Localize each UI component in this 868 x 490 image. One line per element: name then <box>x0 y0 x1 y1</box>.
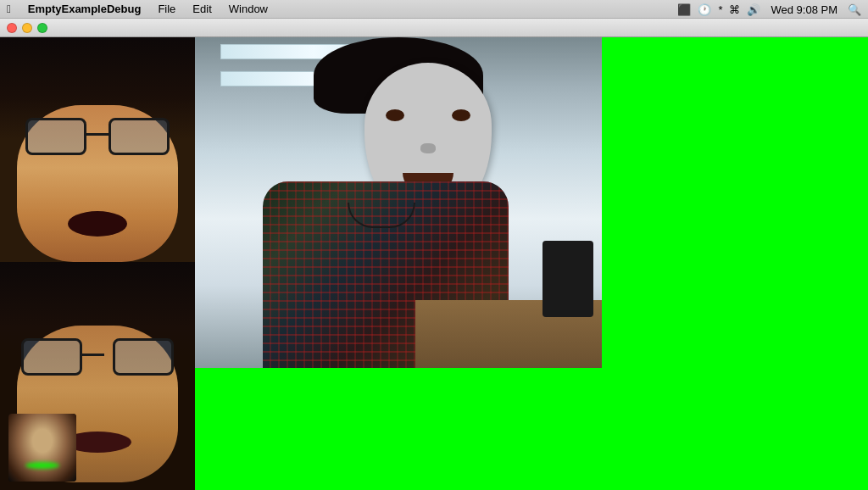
mid-glasses-lens-right <box>113 338 174 376</box>
menubar-left:  EmptyExampleDebug File Edit Window <box>7 2 271 16</box>
face-3d-render <box>8 414 76 482</box>
clock-icon: 🕐 <box>698 3 711 16</box>
content-area <box>0 37 868 490</box>
top-face-feed <box>0 37 195 262</box>
mask-nose <box>420 143 436 153</box>
mask-eye-right <box>452 109 470 121</box>
edit-menu[interactable]: Edit <box>189 2 214 16</box>
close-button[interactable] <box>7 23 17 33</box>
file-menu[interactable]: File <box>154 2 179 16</box>
screen-icon: ⬛ <box>677 3 691 16</box>
mid-glasses-bridge <box>82 354 104 356</box>
glasses-frame <box>25 118 170 160</box>
top-face-mouth <box>68 211 127 237</box>
menubar-right: ⬛ 🕐 * ⌘ 🔊 Wed 9:08 PM 🔍 <box>677 0 861 19</box>
glasses-frame-mid <box>21 338 174 381</box>
window-titlebar <box>0 19 868 37</box>
datetime-display: Wed 9:08 PM <box>767 3 841 17</box>
app-window <box>0 19 868 490</box>
minimize-button[interactable] <box>22 23 32 33</box>
window-controls <box>7 23 47 33</box>
bluetooth-icon: * <box>718 3 722 16</box>
mid-face-glasses <box>21 338 174 381</box>
center-panel <box>195 37 602 368</box>
app-name[interactable]: EmptyExampleDebug <box>25 2 145 16</box>
menubar:  EmptyExampleDebug File Edit Window ⬛ 🕐… <box>0 0 868 19</box>
glasses-bridge <box>86 133 108 136</box>
volume-icon: 🔊 <box>747 3 760 16</box>
bottom-green-area <box>195 368 602 490</box>
maximize-button[interactable] <box>37 23 47 33</box>
glasses-lens-right <box>108 118 170 155</box>
search-icon[interactable]: 🔍 <box>848 3 861 16</box>
mid-glasses-lens-left <box>21 338 82 376</box>
window-menu[interactable]: Window <box>225 2 271 16</box>
top-face-glasses <box>25 118 170 160</box>
right-green-area <box>602 37 868 490</box>
mask-eye-left <box>386 109 404 121</box>
apple-menu-icon[interactable]:  <box>7 3 11 15</box>
face-3d-glow <box>25 462 59 469</box>
office-monitor <box>542 241 593 317</box>
wifi-icon: ⌘ <box>729 3 740 16</box>
main-video <box>195 37 602 368</box>
face-3d-visual <box>8 414 76 482</box>
glasses-lens-left <box>25 118 86 155</box>
